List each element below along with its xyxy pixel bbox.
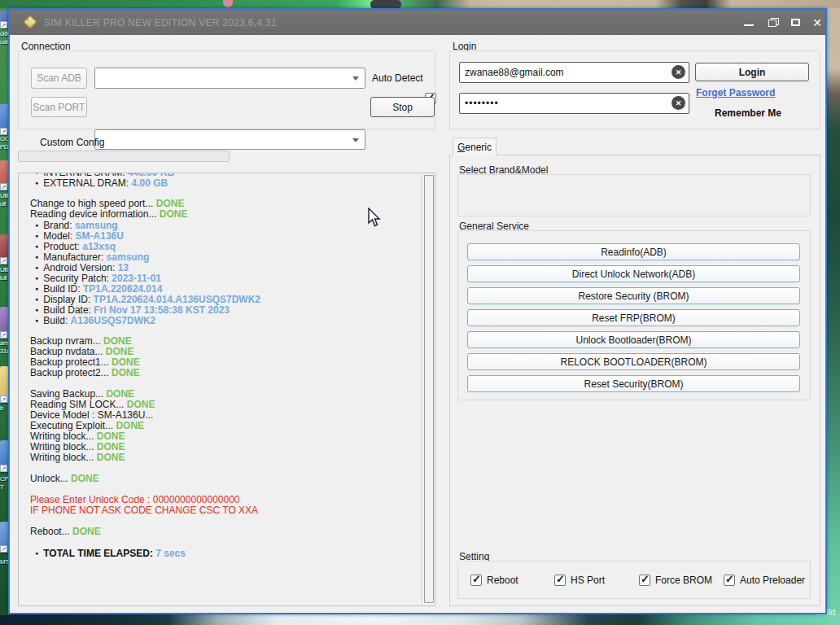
log-panel: INTERNAL SRAM: 448.00 KBEXTERNAL DRAM: 4… (18, 173, 435, 606)
restore-icon (768, 18, 779, 27)
log-scrollbar-thumb[interactable] (424, 175, 434, 603)
log-line: EXTERNAL DRAM: 4.00 GB (30, 177, 420, 188)
relock-bootloader-brom-button[interactable]: RELOCK BOOTLOADER(BROM) (467, 353, 800, 370)
setting-option: HS Port (554, 575, 605, 586)
setting-option-label: Force BROM (655, 575, 712, 586)
log-line: IF PHONE NOT ASK CODE CHANGE CSC TO XXA (30, 505, 420, 516)
shortcut-arrow-icon: ↗ (0, 545, 7, 553)
log-line: Unlock... DONE (30, 474, 420, 484)
restore-button[interactable] (763, 14, 784, 31)
shortcut-arrow-icon: ↗ (0, 465, 7, 472)
log-scrollbar[interactable] (422, 174, 434, 605)
email-clear-icon[interactable] (672, 65, 685, 79)
desktop-background-right (825, 8, 840, 615)
desktop-background-bottom (0, 614, 840, 625)
log-line: Writing block... DONE (30, 452, 420, 463)
connection-groupbox (18, 50, 435, 129)
setting-auto-preloader-checkbox[interactable] (724, 575, 735, 586)
setting-hs-port-checkbox[interactable] (554, 575, 566, 586)
setting-option: Auto Preloader (724, 575, 805, 586)
setting-option-label: Reboot (487, 575, 518, 586)
titlebar[interactable]: SIM KILLER PRO NEW EDITION VER 2023,6,4,… (10, 10, 825, 35)
log-line: Reading device information... DONE (30, 209, 420, 220)
stop-button[interactable]: Stop (370, 97, 435, 117)
log-line: Android Version: 13 (30, 262, 420, 273)
forget-password-link[interactable]: Forget Password (696, 87, 775, 98)
tab-generic[interactable]: Generic (453, 138, 497, 155)
app-window: SIM KILLER PRO NEW EDITION VER 2023,6,4,… (8, 8, 827, 614)
maximize-button[interactable] (785, 14, 806, 31)
chevron-down-icon (352, 76, 359, 81)
log-line: Manufacturer: samsung (30, 251, 420, 262)
close-icon (812, 15, 822, 30)
direct-unlock-network-adb-button[interactable]: Direct Unlock Network(ADB) (467, 265, 800, 282)
chevron-down-icon (352, 138, 359, 142)
custom-config-label: Custom Config (40, 137, 104, 148)
setting-option-label: Auto Preloader (740, 575, 805, 586)
auto-detect-label: Auto Detect (372, 72, 423, 84)
log-line: Display ID: TP1A.220624.014.A136USQS7DWK… (30, 294, 420, 304)
window-title: SIM KILLER PRO NEW EDITION VER 2023,6,4,… (44, 17, 277, 28)
log-line: Product: a13xsq (30, 241, 420, 251)
progress-bar (18, 151, 230, 162)
restore-security-brom-button[interactable]: Restore Security (BROM) (467, 287, 800, 304)
log-output: INTERNAL SRAM: 448.00 KBEXTERNAL DRAM: 4… (30, 173, 420, 558)
setting-option: Force BROM (639, 575, 712, 586)
shortcut-arrow-icon: ↗ (0, 128, 7, 135)
setting-option-label: HS Port (571, 575, 605, 586)
minimize-icon (744, 24, 754, 26)
desktop-photo-detail (223, 0, 233, 7)
unlock-bootloader-brom-button[interactable]: Unlock Bootloader(BROM) (467, 331, 800, 348)
shortcut-arrow-icon: ↗ (0, 331, 7, 339)
log-line: TOTAL TIME ELAPSED: 7 secs (30, 548, 420, 558)
setting-option: Reboot (470, 575, 518, 586)
log-line: Build: A136USQS7DWK2 (30, 315, 420, 326)
minimize-button[interactable] (738, 14, 759, 31)
password-clear-icon[interactable] (672, 96, 685, 110)
log-line: Reboot... DONE (30, 527, 420, 537)
email-field[interactable] (459, 62, 689, 83)
scan-port-button[interactable]: Scan PORT (31, 97, 87, 117)
shortcut-arrow-icon: ↗ (0, 183, 7, 190)
log-line: Build Date: Fri Nov 17 13:58:38 KST 2023 (30, 304, 420, 315)
log-line: Brand: samsung (30, 220, 420, 230)
log-line: Backup protect2... DONE (30, 368, 420, 378)
scan-adb-button[interactable]: Scan ADB (31, 68, 87, 89)
app-tag-icon (24, 15, 37, 29)
maximize-icon (791, 19, 800, 26)
log-line: Build ID: TP1A.220624.014 (30, 283, 420, 294)
reset-security-brom-button[interactable]: Reset Security(BROM) (467, 375, 800, 392)
mouse-cursor (368, 208, 383, 229)
setting-reboot-checkbox[interactable] (470, 575, 482, 586)
log-line (30, 537, 420, 548)
brand-model-groupbox (457, 174, 811, 216)
shortcut-arrow-icon: ↗ (0, 396, 7, 403)
readinfo-adb-button[interactable]: Readinfo(ADB) (467, 243, 800, 260)
close-button[interactable] (807, 14, 828, 31)
log-line: Model: SM-A136U (30, 230, 420, 241)
log-line: Security Patch: 2023-11-01 (30, 273, 420, 283)
shortcut-arrow-icon: ↗ (0, 21, 7, 28)
port-combobox[interactable] (94, 129, 365, 150)
adb-device-combobox[interactable] (94, 68, 365, 89)
remember-me-label: Remember Me (715, 107, 781, 119)
login-button[interactable]: Login (695, 63, 809, 81)
setting-force-brom-checkbox[interactable] (639, 575, 650, 586)
shortcut-arrow-icon: ↗ (0, 257, 7, 264)
reset-frp-brom-button[interactable]: Reset FRP(BROM) (467, 309, 800, 326)
password-field[interactable] (459, 93, 689, 114)
